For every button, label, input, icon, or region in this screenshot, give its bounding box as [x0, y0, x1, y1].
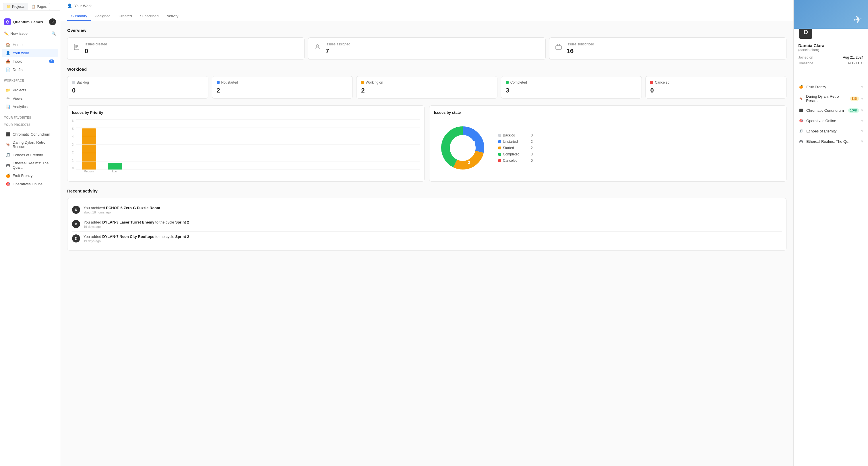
sidebar-item-projects[interactable]: 📁 Projects — [2, 86, 58, 94]
activity-content: You archived ECHOE-6 Zero-G Puzzle Room … — [84, 206, 160, 214]
right-panel-project-echoes[interactable]: 🎵 Echoes of Eternity ∨ — [794, 126, 868, 136]
sidebar-item-home[interactable]: 🏠 Home — [2, 40, 58, 49]
workspace-name: Quantum Games — [13, 20, 43, 24]
overview-title: Overview — [67, 28, 786, 33]
sidebar-project-echoes[interactable]: 🎵 Echoes of Eternity — [2, 151, 58, 159]
sidebar-item-label: Chromatic Conundrum — [12, 132, 50, 137]
new-issue-icon: ✏️ — [4, 31, 9, 36]
svg-point-4 — [316, 45, 319, 47]
tab-assigned[interactable]: Assigned — [91, 11, 115, 21]
project-right: 100% ∨ — [848, 108, 863, 113]
sidebar-project-operatives[interactable]: 🎯 Operatives Online — [2, 180, 58, 188]
right-panel-project-ethereal[interactable]: 🎮 Ethereal Realms: The Qu... ∨ — [794, 136, 868, 147]
breadcrumb: 👤 Your Work — [67, 3, 786, 8]
workload-label: Canceled — [650, 81, 782, 84]
projects-label: YOUR PROJECTS — [0, 120, 60, 127]
sidebar-item-label: Projects — [12, 88, 26, 92]
sidebar-item-views[interactable]: 👁 Views — [2, 94, 58, 102]
timezone-value: 09:12 UTC — [847, 61, 863, 65]
legend-value: 3 — [531, 152, 533, 156]
activity-title: Recent activity — [67, 188, 786, 193]
workload-title: Workload — [67, 67, 786, 71]
overview-card-subscribed: Issues subscribed 16 — [549, 37, 786, 60]
workload-value: 0 — [650, 87, 782, 94]
svg-rect-0 — [74, 44, 79, 50]
y-label: 5 — [72, 127, 74, 130]
overview-card-value: 7 — [326, 48, 350, 55]
chevron-down-icon: ∨ — [861, 129, 863, 133]
sidebar-item-label: Echoes of Eternity — [12, 153, 43, 157]
right-panel-project-operatives[interactable]: 🎯 Operatives Online ∨ — [794, 116, 868, 126]
right-panel-project-fruit[interactable]: 🍊 Fruit Frenzy ∨ — [794, 82, 868, 92]
sidebar-item-label: Inbox — [12, 59, 22, 63]
sidebar-project-daring[interactable]: 🦘 Daring Dylan: Retro Rescue — [2, 139, 58, 150]
sidebar-item-label: Drafts — [12, 67, 23, 72]
sidebar-item-inbox[interactable]: 📥 Inbox 1 — [2, 57, 58, 65]
sidebar-item-your-work[interactable]: 👤 Your work — [2, 49, 58, 57]
sidebar-item-drafts[interactable]: 📄 Drafts — [2, 65, 58, 74]
y-axis: 6 5 4 3 2 1 0 — [72, 119, 76, 177]
charts-row: Issues by Priority 6 5 4 3 2 1 0 — [67, 106, 786, 181]
chevron-down-icon: ∨ — [861, 119, 863, 123]
breadcrumb-text: Your Work — [74, 4, 92, 8]
project-label: Chromatic Conundrum — [806, 108, 844, 113]
sidebar-item-label: Ethereal Realms: The Qua... — [12, 161, 54, 170]
working-dot — [361, 81, 364, 84]
right-panel-project-daring[interactable]: 🦘 Daring Dylan: Retro Resc... 33% ∨ — [794, 92, 868, 105]
user-avatar-header[interactable]: D — [49, 19, 56, 25]
drafts-icon: 📄 — [6, 67, 10, 72]
workload-label: Completed — [506, 81, 637, 84]
workspace-label: WORKSPACE — [0, 76, 60, 83]
activity-text: You added DYLAN-3 Laser Turret Enemy to … — [84, 220, 189, 224]
project-label: Echoes of Eternity — [806, 129, 837, 133]
project-icon: ⬛ — [798, 108, 804, 113]
search-icon[interactable]: 🔍 — [51, 31, 56, 36]
overview-card-assigned: Issues assigned 7 — [308, 37, 546, 60]
project-left: 🍊 Fruit Frenzy — [798, 84, 826, 90]
bar-low — [107, 163, 122, 170]
activity-cycle-name: Sprint 2 — [175, 220, 189, 224]
activity-text: You archived ECHOE-6 Zero-G Puzzle Room — [84, 206, 160, 210]
workload-value: 0 — [72, 87, 204, 94]
canceled-dot — [650, 81, 653, 84]
activity-item-name: DYLAN-7 Neon City Rooftops — [102, 234, 154, 239]
project-icon: 🦘 — [798, 96, 804, 101]
workspace-info: Q Quantum Games — [4, 19, 43, 25]
tab-subscribed[interactable]: Subscribed — [136, 11, 162, 21]
right-panel-project-chromatic[interactable]: ⬛ Chromatic Conundrum 100% ∨ — [794, 105, 868, 116]
bars-area: Medium Low — [76, 119, 420, 177]
tab-pages[interactable]: 📋 Pages — [28, 3, 50, 10]
bar-chart: 6 5 4 3 2 1 0 — [72, 119, 420, 177]
legend-item-canceled: Canceled 0 — [498, 158, 533, 163]
profile-banner: ✈ — [794, 0, 868, 29]
project-label: Fruit Frenzy — [806, 85, 826, 89]
project-label: Operatives Online — [806, 119, 836, 123]
tab-projects[interactable]: 📁 Projects — [3, 3, 28, 10]
content-area: Overview Issues created 0 Issues assigne… — [60, 21, 794, 257]
tab-summary[interactable]: Summary — [67, 11, 91, 21]
tab-created[interactable]: Created — [115, 11, 136, 21]
divider — [794, 78, 868, 78]
sidebar-project-ethereal[interactable]: 🎮 Ethereal Realms: The Qua... — [2, 159, 58, 171]
y-label: 0 — [72, 167, 74, 170]
bar-group-medium — [82, 128, 96, 170]
new-issue-label: New issue — [10, 31, 28, 36]
bars-container — [76, 119, 420, 170]
joined-label: Joined on — [798, 55, 813, 59]
document-icon — [72, 42, 81, 52]
project-left: ⬛ Chromatic Conundrum — [798, 108, 844, 113]
project-right: ∨ — [861, 129, 863, 133]
overview-card-info: Issues subscribed 16 — [567, 42, 594, 55]
tab-activity[interactable]: Activity — [162, 11, 182, 21]
y-label: 4 — [72, 135, 74, 138]
joined-value: Aug 21, 2024 — [843, 55, 863, 59]
project-icon: 🍊 — [6, 173, 10, 178]
legend-value: 2 — [531, 140, 533, 144]
analytics-icon: 📊 — [6, 104, 10, 109]
profile-name: Dancia Clara — [798, 43, 863, 48]
sidebar-project-chromatic[interactable]: ⬛ Chromatic Conundrum — [2, 130, 58, 138]
new-issue-button[interactable]: ✏️ New issue — [4, 31, 28, 36]
activity-card: D You archived ECHOE-6 Zero-G Puzzle Roo… — [67, 198, 786, 251]
sidebar-project-fruit[interactable]: 🍊 Fruit Frenzy — [2, 172, 58, 180]
sidebar-item-analytics[interactable]: 📊 Analytics — [2, 103, 58, 111]
